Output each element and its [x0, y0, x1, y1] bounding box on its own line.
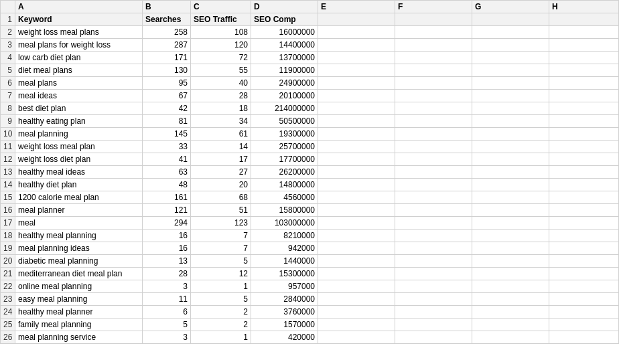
empty-cell: [395, 191, 472, 204]
keyword-cell: 1200 calorie meal plan: [15, 191, 143, 204]
keyword-cell: meal planner: [15, 204, 143, 217]
searches-cell: 121: [143, 204, 191, 217]
keyword-header: Keyword: [15, 13, 143, 26]
empty-cell: [318, 115, 395, 128]
empty-cell: [472, 13, 549, 26]
seo-traffic-cell: 1: [191, 280, 251, 293]
empty-cell: [395, 141, 472, 153]
col-header-D: D: [251, 1, 318, 13]
searches-cell: 5: [143, 318, 191, 331]
seo-traffic-cell: 28: [191, 90, 251, 102]
empty-cell: [395, 280, 472, 293]
searches-cell: 41: [143, 153, 191, 166]
empty-cell: [395, 242, 472, 255]
searches-cell: 63: [143, 166, 191, 179]
seo-comp-cell: 19300000: [251, 128, 318, 141]
empty-cell: [549, 293, 619, 306]
empty-cell: [318, 318, 395, 331]
searches-cell: 294: [143, 217, 191, 230]
seo-traffic-cell: 5: [191, 255, 251, 268]
searches-header: Searches: [143, 13, 191, 26]
seo-comp-cell: 957000: [251, 280, 318, 293]
table-row: 2weight loss meal plans25810816000000: [1, 26, 619, 39]
seo-comp-cell: 16000000: [251, 26, 318, 39]
searches-cell: 161: [143, 191, 191, 204]
keyword-cell: diabetic meal planning: [15, 255, 143, 268]
keyword-cell: low carb diet plan: [15, 52, 143, 64]
seo-traffic-cell: 123: [191, 217, 251, 230]
table-row: 1KeywordSearchesSEO TrafficSEO Comp: [1, 13, 619, 26]
seo-comp-cell: 420000: [251, 331, 318, 344]
table-row: 13healthy meal ideas632726200000: [1, 166, 619, 179]
seo-traffic-cell: 55: [191, 64, 251, 77]
row-number: 20: [1, 255, 15, 268]
table-row: 4low carb diet plan1717213700000: [1, 52, 619, 64]
empty-cell: [395, 64, 472, 77]
seo-comp-cell: 103000000: [251, 217, 318, 230]
table-row: 22online meal planning31957000: [1, 280, 619, 293]
keyword-cell: healthy meal planning: [15, 230, 143, 242]
row-number: 6: [1, 77, 15, 90]
seo-traffic-header: SEO Traffic: [191, 13, 251, 26]
table-row: 16meal planner1215115800000: [1, 204, 619, 217]
empty-cell: [472, 280, 549, 293]
empty-cell: [318, 166, 395, 179]
seo-comp-cell: 14400000: [251, 39, 318, 52]
empty-cell: [549, 128, 619, 141]
seo-traffic-cell: 27: [191, 166, 251, 179]
row-number: 2: [1, 26, 15, 39]
empty-cell: [549, 306, 619, 318]
searches-cell: 13: [143, 255, 191, 268]
table-row: 18healthy meal planning1678210000: [1, 230, 619, 242]
keyword-cell: meal planning: [15, 128, 143, 141]
empty-cell: [549, 230, 619, 242]
seo-traffic-cell: 12: [191, 268, 251, 280]
empty-cell: [472, 306, 549, 318]
empty-cell: [395, 306, 472, 318]
keyword-cell: meal plans: [15, 77, 143, 90]
empty-cell: [549, 217, 619, 230]
row-number: 26: [1, 331, 15, 344]
empty-cell: [472, 115, 549, 128]
empty-cell: [395, 179, 472, 191]
empty-cell: [395, 331, 472, 344]
table-row: 151200 calorie meal plan161684560000: [1, 191, 619, 204]
keyword-cell: easy meal planning: [15, 293, 143, 306]
searches-cell: 16: [143, 230, 191, 242]
col-header-empty: [1, 1, 15, 13]
empty-cell: [318, 90, 395, 102]
seo-comp-cell: 13700000: [251, 52, 318, 64]
row-number: 14: [1, 179, 15, 191]
row-number: 24: [1, 306, 15, 318]
col-header-E: E: [318, 1, 395, 13]
empty-cell: [318, 293, 395, 306]
empty-cell: [549, 318, 619, 331]
seo-traffic-cell: 72: [191, 52, 251, 64]
seo-comp-header: SEO Comp: [251, 13, 318, 26]
seo-comp-cell: 50500000: [251, 115, 318, 128]
searches-cell: 42: [143, 102, 191, 115]
empty-cell: [472, 230, 549, 242]
seo-comp-cell: 11900000: [251, 64, 318, 77]
searches-cell: 81: [143, 115, 191, 128]
table-row: 21mediterranean diet meal plan2812153000…: [1, 268, 619, 280]
col-header-G: G: [472, 1, 549, 13]
seo-comp-cell: 4560000: [251, 191, 318, 204]
seo-traffic-cell: 5: [191, 293, 251, 306]
empty-cell: [472, 191, 549, 204]
empty-cell: [472, 39, 549, 52]
empty-cell: [318, 52, 395, 64]
empty-cell: [318, 26, 395, 39]
keyword-cell: healthy eating plan: [15, 115, 143, 128]
empty-cell: [318, 191, 395, 204]
seo-comp-cell: 2840000: [251, 293, 318, 306]
seo-traffic-cell: 7: [191, 230, 251, 242]
empty-cell: [472, 268, 549, 280]
searches-cell: 3: [143, 331, 191, 344]
searches-cell: 171: [143, 52, 191, 64]
row-number: 1: [1, 13, 15, 26]
row-number: 13: [1, 166, 15, 179]
empty-cell: [549, 115, 619, 128]
keyword-cell: meal planning ideas: [15, 242, 143, 255]
seo-comp-cell: 26200000: [251, 166, 318, 179]
